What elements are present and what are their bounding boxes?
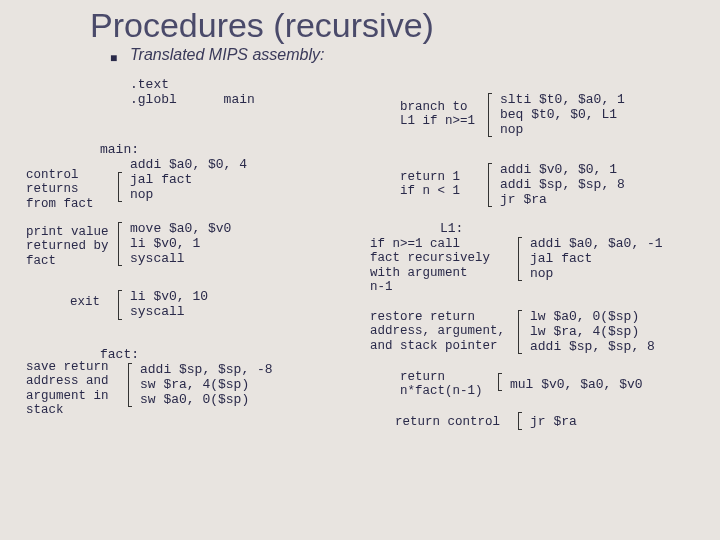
- code-move: move $a0, $v0: [130, 222, 231, 237]
- code-jr-ra2: jr $ra: [530, 415, 577, 430]
- code-jal-fact2: jal fact: [530, 252, 592, 267]
- slide-title: Procedures (recursive): [90, 6, 434, 45]
- annot-control: control returns from fact: [26, 168, 94, 211]
- code-sw-a0: sw $a0, 0($sp): [140, 393, 249, 408]
- brace-icon: [488, 163, 492, 207]
- brace-icon: [518, 237, 522, 281]
- code-mul: mul $v0, $a0, $v0: [510, 378, 643, 393]
- code-nop3: nop: [530, 267, 553, 282]
- brace-icon: [498, 373, 502, 391]
- bullet-icon: ■: [110, 51, 117, 65]
- brace-icon: [518, 412, 522, 430]
- annot-branch: branch to L1 if n>=1: [400, 100, 475, 129]
- slide-subtitle: Translated MIPS assembly:: [130, 46, 324, 64]
- annot-retctl: return control: [395, 415, 500, 429]
- code-addi-sp8b: addi $sp, $sp, 8: [530, 340, 655, 355]
- brace-icon: [118, 222, 122, 266]
- code-l1-label: L1:: [440, 222, 463, 237]
- code-addi-sp8: addi $sp, $sp, 8: [500, 178, 625, 193]
- annot-retn: return n*fact(n-1): [400, 370, 483, 399]
- code-sw-ra: sw $ra, 4($sp): [140, 378, 249, 393]
- brace-icon: [128, 363, 132, 407]
- code-addi-a0-m1: addi $a0, $a0, -1: [530, 237, 663, 252]
- code-beq: beq $t0, $0, L1: [500, 108, 617, 123]
- code-lw-ra: lw $ra, 4($sp): [530, 325, 639, 340]
- annot-print: print value returned by fact: [26, 225, 109, 268]
- code-nop1: nop: [130, 188, 153, 203]
- brace-icon: [118, 290, 122, 320]
- code-jal-fact: jal fact: [130, 173, 192, 188]
- code-li-v0-1: li $v0, 1: [130, 237, 200, 252]
- annot-ifn: if n>=1 call fact recursively with argum…: [370, 237, 490, 295]
- annot-return1: return 1 if n < 1: [400, 170, 460, 199]
- brace-icon: [118, 172, 122, 202]
- code-jr-ra1: jr $ra: [500, 193, 547, 208]
- annot-exit: exit: [70, 295, 100, 309]
- code-addi-v0: addi $v0, $0, 1: [500, 163, 617, 178]
- code-nop2: nop: [500, 123, 523, 138]
- code-slti: slti $t0, $a0, 1: [500, 93, 625, 108]
- code-addi-a0: addi $a0, $0, 4: [130, 158, 247, 173]
- code-text: .text: [130, 78, 169, 93]
- code-lw-a0: lw $a0, 0($sp): [530, 310, 639, 325]
- code-syscall2: syscall: [130, 305, 185, 320]
- code-globl: .globl main: [130, 93, 255, 108]
- code-syscall1: syscall: [130, 252, 185, 267]
- annot-save: save return address and argument in stac…: [26, 360, 109, 418]
- annot-restore: restore return address, argument, and st…: [370, 310, 505, 353]
- brace-icon: [518, 310, 522, 354]
- code-addi-sp: addi $sp, $sp, -8: [140, 363, 273, 378]
- code-li-v0-10: li $v0, 10: [130, 290, 208, 305]
- brace-icon: [488, 93, 492, 137]
- code-main-label: main:: [100, 143, 139, 158]
